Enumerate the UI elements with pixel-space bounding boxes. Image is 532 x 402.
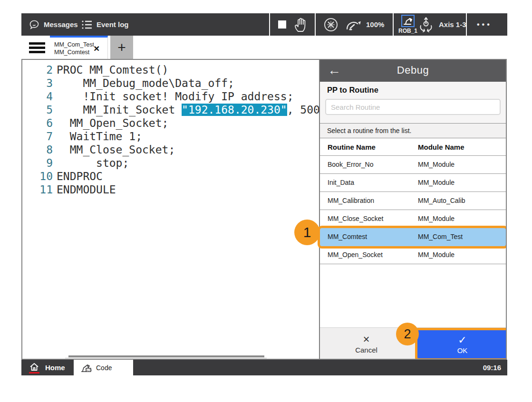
- ellipsis-icon: •••: [477, 20, 492, 29]
- speed-gauge-icon: [344, 18, 362, 32]
- routine-row[interactable]: Init_DataMM_Module: [320, 174, 506, 192]
- debug-panel-header: ← Debug: [320, 60, 506, 82]
- speed-indicator[interactable]: 100%: [344, 13, 384, 36]
- module-name-header: Module Name: [418, 138, 464, 156]
- routine-row[interactable]: MM_Open_SocketMM_Module: [320, 246, 506, 264]
- stop-button[interactable]: [278, 13, 286, 36]
- line-text: stop;: [57, 156, 129, 170]
- routine-name-cell: MM_Open_Socket: [328, 246, 383, 264]
- line-text: MM_Debug_mode\Data_off;: [57, 77, 234, 90]
- event-log-button[interactable]: Event log: [81, 13, 129, 36]
- toolbar-divider: [393, 13, 394, 36]
- home-icon: [29, 362, 39, 374]
- robot-icon: [401, 15, 415, 27]
- app-window: Messages Event log: [21, 13, 507, 375]
- code-tab-label: Code: [96, 364, 112, 372]
- debug-panel-title: Debug: [320, 64, 506, 77]
- routine-table-header: Routine Name Module Name: [320, 138, 506, 156]
- line-number: 7: [22, 130, 53, 143]
- bottom-task-bar: Home </> Code 09:16: [21, 360, 507, 375]
- messages-button[interactable]: Messages: [29, 13, 78, 36]
- line-number: 5: [22, 103, 53, 116]
- routine-name-header: Routine Name: [328, 138, 376, 156]
- mechanical-unit-button[interactable]: ROB_1: [398, 15, 417, 34]
- plus-icon: +: [117, 39, 126, 56]
- top-status-bar: Messages Event log: [21, 13, 507, 36]
- main-area: 2PROC MM_Comtest()3 MM_Debug_mode\Data_o…: [21, 59, 507, 360]
- new-tab-button[interactable]: +: [110, 36, 133, 59]
- svg-text:</>: </>: [87, 368, 92, 372]
- messages-label: Messages: [44, 20, 78, 29]
- module-tab-labels: MM_Com_Test MM_Comtest: [50, 41, 94, 56]
- routine-search-input[interactable]: [325, 99, 501, 115]
- line-text: MM_Close_Socket;: [57, 143, 175, 156]
- axis-rotate-icon: [417, 16, 435, 33]
- routine-name-cell: Book_Error_No: [328, 156, 374, 173]
- line-text: WaitTime 1;: [57, 130, 142, 143]
- cancel-label: Cancel: [329, 345, 403, 355]
- line-number: 4: [22, 90, 53, 103]
- motors-off-icon: [323, 17, 339, 33]
- module-name-cell: MM_Module: [418, 156, 455, 173]
- module-name-cell: MM_Com_Test: [418, 228, 463, 246]
- line-text: ENDMODULE: [57, 183, 116, 196]
- cancel-button[interactable]: × Cancel: [329, 331, 403, 357]
- line-text: PROC MM_Comtest(): [57, 63, 168, 77]
- routine-row[interactable]: MM_Close_SocketMM_Module: [320, 210, 506, 228]
- hamburger-bar: [29, 47, 45, 49]
- toolbar-divider: [269, 13, 270, 36]
- home-label: Home: [45, 364, 65, 372]
- annotation-step-1: 1: [294, 220, 320, 245]
- selected-code-token[interactable]: "192.168.20.230": [182, 104, 287, 116]
- home-tab[interactable]: Home: [29, 360, 65, 375]
- ok-check-icon: ✓: [417, 334, 507, 346]
- routine-name-cell: MM_Calibration: [328, 192, 374, 210]
- ok-button[interactable]: ✓ OK: [417, 330, 507, 358]
- routine-list-hint: Select a routine from the list.: [320, 123, 506, 138]
- routine-name-cell: Init_Data: [328, 174, 354, 191]
- routine-row-selected[interactable]: MM_ComtestMM_Com_Test: [320, 228, 506, 246]
- messages-icon: [29, 19, 40, 30]
- line-number: 11: [22, 183, 53, 196]
- hscrollbar-track: [65, 358, 267, 358]
- hamburger-bar: [29, 42, 45, 45]
- editor-tab-bar: MM_Com_Test MM_Comtest × +: [21, 36, 507, 59]
- module-name-cell: MM_Auto_Calib: [418, 192, 465, 210]
- line-number: 10: [22, 170, 53, 183]
- event-log-icon: [81, 19, 93, 30]
- tab-close-icon[interactable]: ×: [94, 44, 99, 53]
- line-text: ENDPROC: [57, 170, 103, 183]
- menu-hamburger-button[interactable]: [29, 42, 45, 53]
- axis-mode-button[interactable]: Axis 1-3: [417, 13, 466, 36]
- more-options-button[interactable]: •••: [477, 13, 492, 36]
- speed-value: 100%: [366, 20, 384, 29]
- code-tab-active[interactable]: </> Code: [74, 360, 133, 375]
- toolbar-divider: [466, 13, 467, 36]
- motors-state-button[interactable]: [323, 13, 339, 36]
- line-number: 3: [22, 77, 53, 90]
- line-number: 9: [22, 156, 53, 170]
- routine-row[interactable]: MM_CalibrationMM_Auto_Calib: [320, 192, 506, 210]
- module-tab-line2: MM_Comtest: [54, 48, 94, 56]
- line-text: MM_Open_Socket;: [57, 116, 168, 130]
- debug-panel: ← Debug PP to Routine Select a routine f…: [319, 60, 506, 359]
- line-number: 2: [22, 63, 53, 77]
- cancel-x-icon: ×: [329, 333, 403, 345]
- module-tab-active[interactable]: MM_Com_Test MM_Comtest ×: [50, 36, 108, 59]
- routine-name-cell: MM_Close_Socket: [328, 210, 384, 228]
- axis-mode-label: Axis 1-3: [439, 20, 466, 29]
- toolbar-divider: [315, 13, 316, 36]
- line-number: 6: [22, 116, 53, 130]
- routine-row[interactable]: Book_Error_NoMM_Module: [320, 156, 506, 174]
- line-text: !Init socket! Modify IP address;: [57, 90, 294, 103]
- event-log-label: Event log: [97, 20, 129, 29]
- hamburger-bar: [29, 51, 45, 53]
- pp-to-routine-section: PP to Routine: [320, 82, 506, 123]
- module-tab-line1: MM_Com_Test: [54, 41, 94, 48]
- jog-hand-button[interactable]: [293, 13, 310, 36]
- module-name-cell: MM_Module: [418, 174, 455, 191]
- module-name-cell: MM_Module: [418, 210, 455, 228]
- hand-icon: [293, 17, 310, 33]
- hscrollbar-thumb[interactable]: [68, 355, 264, 357]
- home-active-underline: [29, 372, 39, 373]
